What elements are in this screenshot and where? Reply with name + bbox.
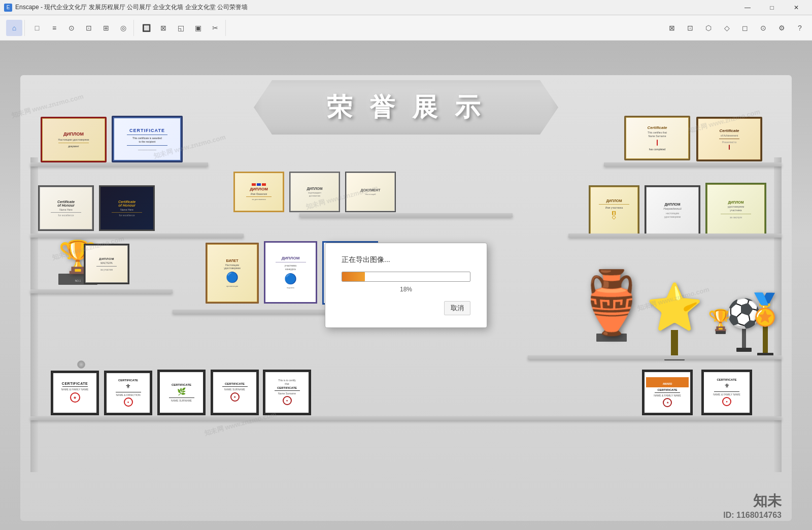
rect-button[interactable]: 🔲 bbox=[138, 20, 154, 36]
dialog-title-text: 正在导出图像... bbox=[342, 255, 470, 264]
photo-button[interactable]: ⊠ bbox=[155, 20, 172, 36]
video-button[interactable]: ▣ bbox=[190, 20, 206, 36]
3d-scene: 知未网 www.znzmo.com 知未网 www.znzmo.com 知未网 … bbox=[0, 41, 812, 530]
main-toolbar: ⌂ □ ≡ ⊙ ⊡ ⊞ ◎ 🔲 ⊠ ◱ ▣ ✂ ⊠ ⊡ ⬡ ◇ ◻ ⊙ ⚙ ? … bbox=[0, 15, 812, 41]
list-button[interactable]: ≡ bbox=[46, 20, 62, 36]
cut-button[interactable]: ✂ bbox=[207, 20, 223, 36]
eye-button[interactable]: ⊙ bbox=[755, 20, 771, 36]
3d-button[interactable]: ⬡ bbox=[700, 20, 717, 36]
circle-button[interactable]: ◎ bbox=[115, 20, 131, 36]
window-title: Enscape - 现代企业文化厅 发展历程展厅 公司展厅 企业文化墙 企业文化… bbox=[15, 3, 736, 12]
camera-button[interactable]: ⊙ bbox=[63, 20, 80, 36]
export-button[interactable]: ⊡ bbox=[81, 20, 97, 36]
progress-percent-label: 18% bbox=[342, 286, 470, 293]
app-icon: E bbox=[4, 4, 12, 12]
sun-button[interactable]: ◻ bbox=[737, 20, 753, 36]
vr-button[interactable]: ⊠ bbox=[664, 20, 680, 36]
settings-gear-button[interactable]: ⚙ bbox=[773, 20, 790, 36]
render-button[interactable]: ⊡ bbox=[682, 20, 698, 36]
right-toolbar: ⊠ ⊡ ⬡ ◇ ◻ ⊙ ⚙ ? bbox=[664, 15, 808, 41]
window-controls: — □ ✕ bbox=[736, 0, 808, 15]
cancel-export-button[interactable]: 取消 bbox=[444, 301, 470, 315]
maximize-button[interactable]: □ bbox=[760, 0, 784, 15]
toolbar-section-home: ⌂ bbox=[4, 20, 25, 36]
dialog-cancel-area: 取消 bbox=[342, 301, 470, 315]
progress-bar-background bbox=[342, 272, 470, 282]
panorama-button[interactable]: ◱ bbox=[173, 20, 189, 36]
grid-button[interactable]: ⊞ bbox=[98, 20, 114, 36]
progress-bar-fill bbox=[342, 272, 365, 281]
new-button[interactable]: □ bbox=[29, 20, 45, 36]
leaf-button[interactable]: ◇ bbox=[719, 20, 735, 36]
close-button[interactable]: ✕ bbox=[785, 0, 808, 15]
toolbar-section-file: □ ≡ ⊙ ⊡ ⊞ ◎ bbox=[27, 20, 134, 36]
minimize-button[interactable]: — bbox=[736, 0, 759, 15]
help-button[interactable]: ? bbox=[792, 20, 808, 36]
home-button[interactable]: ⌂ bbox=[6, 20, 22, 36]
toolbar-section-view: 🔲 ⊠ ◱ ▣ ✂ bbox=[136, 20, 226, 36]
export-dialog-overlay: 正在导出图像... 18% 取消 bbox=[0, 41, 812, 530]
main-scene-area: 知未网 www.znzmo.com 知未网 www.znzmo.com 知未网 … bbox=[0, 41, 812, 530]
title-bar: E Enscape - 现代企业文化厅 发展历程展厅 公司展厅 企业文化墙 企业… bbox=[0, 0, 812, 15]
export-dialog: 正在导出图像... 18% 取消 bbox=[325, 243, 487, 328]
